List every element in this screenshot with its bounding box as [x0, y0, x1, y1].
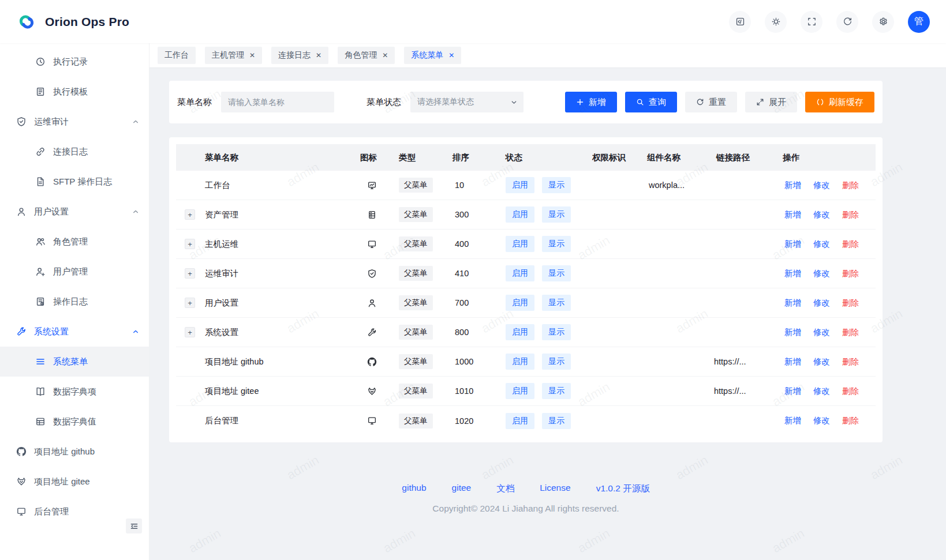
tab-connect-log[interactable]: 连接日志✕: [271, 47, 328, 64]
sidebar-item-exec-record[interactable]: 执行记录: [0, 47, 149, 77]
tab-close-icon[interactable]: ✕: [316, 52, 321, 59]
status-badge-enabled: 启用: [506, 265, 534, 281]
action-edit-link[interactable]: 修改: [813, 327, 830, 338]
action-delete-link[interactable]: 删除: [842, 327, 859, 338]
action-edit-link[interactable]: 修改: [813, 209, 830, 220]
menu-type-tag: 父菜单: [399, 354, 433, 369]
refresh-cache-button[interactable]: 刷新缓存: [805, 92, 874, 112]
user-avatar[interactable]: 管: [908, 11, 930, 33]
tab-close-icon[interactable]: ✕: [448, 52, 454, 59]
sidebar-item-system-settings[interactable]: 系统设置: [0, 317, 149, 347]
sidebar-item-gitee[interactable]: 项目地址 gitee: [0, 467, 149, 497]
action-edit-link[interactable]: 修改: [813, 356, 830, 367]
menu-status-label: 菜单状态: [367, 97, 401, 108]
sidebar-item-sftp-log[interactable]: SFTP 操作日志: [0, 167, 149, 197]
sidebar-item-label: 项目地址 gitee: [34, 476, 140, 487]
sidebar-item-label: 执行模板: [53, 87, 140, 97]
footer-link-3[interactable]: License: [540, 483, 570, 495]
menu-icon: [35, 356, 46, 367]
tab-workbench[interactable]: 工作台: [158, 47, 196, 64]
action-delete-link[interactable]: 删除: [842, 268, 859, 279]
status-badge-enabled: 启用: [506, 295, 534, 311]
fullscreen-button[interactable]: [801, 11, 822, 33]
action-edit-link[interactable]: 修改: [813, 268, 830, 279]
footer-links: githubgitee文档Licensev1.0.2 开源版: [169, 483, 883, 495]
column-header: 类型: [390, 152, 443, 163]
component-value: workpla...: [638, 181, 707, 190]
menu-sort: 1010: [443, 386, 496, 396]
status-badge-visible: 显示: [542, 206, 571, 223]
sidebar-item-github[interactable]: 项目地址 github: [0, 437, 149, 467]
action-add-link[interactable]: 新增: [784, 268, 801, 279]
tab-close-icon[interactable]: ✕: [249, 52, 255, 59]
action-delete-link[interactable]: 删除: [842, 180, 859, 191]
theme-button[interactable]: [765, 11, 787, 33]
code-button[interactable]: [729, 11, 751, 33]
refresh-button[interactable]: [836, 11, 858, 33]
sidebar-item-dict-value[interactable]: 数据字典值: [0, 407, 149, 437]
expand-row-button[interactable]: +: [185, 268, 195, 279]
sidebar-item-label: 系统设置: [34, 326, 124, 337]
tab-label: 工作台: [164, 50, 189, 61]
sidebar-item-dict-item[interactable]: 数据字典项: [0, 377, 149, 407]
action-delete-link[interactable]: 删除: [842, 298, 859, 309]
reset-button[interactable]: 重置: [685, 92, 737, 112]
expand-row-button[interactable]: +: [185, 327, 195, 337]
menu-server-icon: [367, 210, 377, 220]
footer-link-4[interactable]: v1.0.2 开源版: [596, 483, 650, 495]
menu-status-select[interactable]: 请选择菜单状态: [410, 92, 524, 112]
footer-link-2[interactable]: 文档: [496, 483, 514, 495]
column-header: 状态: [496, 152, 583, 163]
sidebar-item-user-settings[interactable]: 用户设置: [0, 197, 149, 227]
action-add-link[interactable]: 新增: [784, 180, 801, 191]
action-add-link[interactable]: 新增: [784, 298, 801, 309]
sidebar-item-ops-audit[interactable]: 运维审计: [0, 107, 149, 137]
action-delete-link[interactable]: 删除: [842, 209, 859, 220]
add-button[interactable]: 新增: [565, 92, 617, 112]
action-add-link[interactable]: 新增: [784, 327, 801, 338]
tab-host-mgmt[interactable]: 主机管理✕: [205, 47, 262, 64]
action-add-link[interactable]: 新增: [784, 415, 801, 426]
action-edit-link[interactable]: 修改: [813, 386, 830, 397]
action-delete-link[interactable]: 删除: [842, 386, 859, 397]
action-delete-link[interactable]: 删除: [842, 415, 859, 426]
expand-row-button[interactable]: +: [185, 209, 195, 220]
sidebar-item-connect-log[interactable]: 连接日志: [0, 137, 149, 167]
sidebar-item-exec-template[interactable]: 执行模板: [0, 77, 149, 107]
action-edit-link[interactable]: 修改: [813, 239, 830, 250]
link-icon: [35, 146, 46, 157]
action-delete-link[interactable]: 删除: [842, 356, 859, 367]
menu-name: 用户设置: [205, 298, 238, 309]
action-edit-link[interactable]: 修改: [813, 180, 830, 191]
sidebar-item-label: 用户管理: [53, 266, 140, 277]
query-button[interactable]: 查询: [625, 92, 677, 112]
action-add-link[interactable]: 新增: [784, 209, 801, 220]
sidebar-item-label: SFTP 操作日志: [53, 176, 140, 187]
footer-link-1[interactable]: gitee: [452, 483, 472, 495]
menu-name-input[interactable]: [221, 92, 334, 112]
expand-row-button[interactable]: +: [185, 239, 195, 249]
settings-button[interactable]: [872, 11, 894, 33]
sidebar-item-user-mgmt[interactable]: 用户管理: [0, 257, 149, 287]
sidebar-item-system-menu[interactable]: 系统菜单: [0, 347, 149, 377]
menu-type-tag: 父菜单: [399, 266, 433, 281]
tab-system-menu[interactable]: 系统菜单✕: [404, 47, 461, 64]
status-badge-visible: 显示: [542, 265, 571, 281]
action-add-link[interactable]: 新增: [784, 356, 801, 367]
grid-icon: [35, 416, 46, 427]
action-add-link[interactable]: 新增: [784, 386, 801, 397]
footer-link-0[interactable]: github: [402, 483, 426, 495]
sidebar-item-role-mgmt[interactable]: 角色管理: [0, 227, 149, 257]
expand-row-button[interactable]: +: [185, 298, 195, 308]
shield-icon: [16, 116, 27, 127]
action-delete-link[interactable]: 删除: [842, 239, 859, 250]
tab-role-mgmt[interactable]: 角色管理✕: [338, 47, 395, 64]
sidebar-item-op-log[interactable]: 操作日志: [0, 287, 149, 317]
action-edit-link[interactable]: 修改: [813, 298, 830, 309]
action-add-link[interactable]: 新增: [784, 239, 801, 250]
sidebar-collapse-button[interactable]: [126, 518, 142, 533]
action-edit-link[interactable]: 修改: [813, 415, 830, 426]
template-icon: [35, 87, 46, 97]
expand-button[interactable]: 展开: [745, 92, 797, 112]
tab-close-icon[interactable]: ✕: [382, 52, 388, 59]
